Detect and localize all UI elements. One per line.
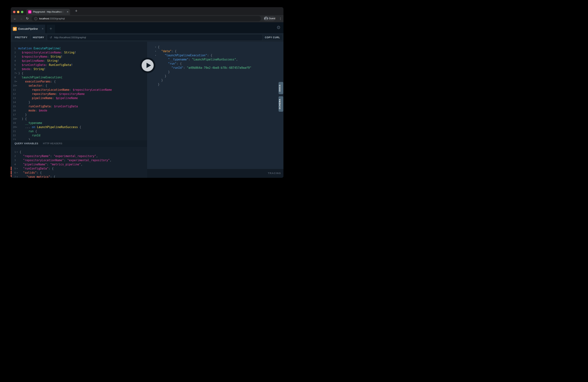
code-line: 15 runConfigData: $runConfigData [11,104,147,108]
code-line: 5 $runConfigData: RunConfigData! [11,63,147,67]
mutation-badge: M [13,27,17,31]
code-line: 17 } [11,113,147,117]
history-button[interactable]: HISTORY [31,35,46,40]
line-number: 21 [11,129,16,133]
error-marker [11,171,12,174]
error-marker [11,175,12,178]
prettify-button[interactable]: PRETTIFY [12,35,30,40]
code-line: 6▾ "solids": { [11,171,147,175]
variables-editor[interactable]: 1▾{2 "repositoryName": "experimental_rep… [11,147,147,178]
minimize-window-button[interactable] [17,11,20,13]
line-number: 20 [11,125,16,129]
screenshot-stage: Playground - http://localhost:3 × + ← → … [0,0,294,191]
code-line: 1▾{ [11,150,147,154]
line-number: 7 [11,71,16,75]
code-line: 14 } [11,100,147,104]
browser-titlebar: Playground - http://localhost:3 × + [11,7,283,15]
query-editor[interactable]: 1mutation ExecutePipeline(2 $repositoryL… [11,42,147,140]
code-line: 13 pipelineName: $pipelineName [11,96,147,100]
code-line: 9▾ executionParams: { [11,80,147,84]
url-host: localhost [39,17,49,20]
fold-arrow-icon[interactable]: ▾ [155,45,156,49]
line-number: 19 [11,121,16,125]
line-number: 23 [11,137,16,140]
new-session-button[interactable]: + [47,25,55,33]
fold-arrow-icon[interactable]: ▾ [155,49,156,53]
site-info-icon[interactable]: i [34,17,37,20]
tab-close-icon[interactable]: × [67,9,68,15]
url-text: localhost:3333/graphql [39,16,65,21]
fold-arrow-icon[interactable]: ▾ [155,53,156,58]
code-line: 4 $pipelineName: String! [11,59,147,63]
play-icon [142,59,154,71]
line-number: 17 [11,113,16,117]
line-number: 7 [11,175,16,178]
code-line: 21 run { [11,129,147,133]
copy-curl-button[interactable]: COPY CURL [263,35,282,40]
response-pane: ▾{▾ "data": {▾ "launchPipelineExecution"… [147,42,283,178]
line-number: 1 [11,46,16,50]
fold-arrow-icon[interactable]: ▾ [16,125,17,129]
tab-execute-pipeline[interactable]: M ExecutePipeline × [11,25,45,33]
line-number: 2 [11,50,16,55]
code-line: 4 "pipelineName": "metrics_pipeline", [11,162,147,167]
code-line: 10▾ selector: { [11,84,147,88]
code-line: 7▾) { [11,71,147,75]
code-line: } [147,82,283,86]
fold-arrow-icon[interactable]: ▾ [16,84,17,88]
address-bar[interactable]: i localhost:3333/graphql [32,16,261,21]
session-close-icon[interactable]: × [42,25,43,33]
response-viewer: ▾{▾ "data": {▾ "launchPipelineExecution"… [147,42,283,86]
code-line: 6 $mode: String! [11,67,147,71]
tab-schema[interactable]: SCHEMA [278,96,283,112]
endpoint-input[interactable]: ↺ http://localhost:3333/graphql [47,35,262,40]
avatar-icon [264,17,268,20]
line-number: 14 [11,100,16,104]
code-line: 8 launchPipelineExecution( [11,75,147,80]
back-icon[interactable]: ← [13,15,17,22]
settings-gear-icon[interactable]: ⚙ [276,22,281,33]
code-line: "__typename": "LaunchPipelineRunSuccess"… [147,58,283,62]
line-number: 4 [11,59,16,63]
fold-arrow-icon[interactable]: ▾ [17,150,18,154]
fold-arrow-icon[interactable]: ▾ [16,117,17,121]
browser-tab[interactable]: Playground - http://localhost:3 × [26,9,70,15]
fold-arrow-icon[interactable]: ▾ [17,171,18,175]
profile-label: Guest [269,16,275,21]
line-number: 11 [11,88,16,92]
code-line: ▾ "launchPipelineExecution": { [147,53,283,58]
fullscreen-window-button[interactable] [21,11,23,13]
close-window-button[interactable] [13,11,16,13]
playground-tabbar: M ExecutePipeline × + ⚙ [11,22,283,33]
browser-menu-icon[interactable]: ⋮ [278,15,282,22]
code-line: } [147,70,283,74]
code-line: 12 repositoryName: $repositoryName [11,92,147,96]
line-number: 9 [11,80,16,84]
tab-title-fade [59,9,66,15]
line-number: 6 [11,171,16,175]
code-line: 18▾ ) { [11,117,147,121]
execute-query-button[interactable] [140,58,155,73]
fold-arrow-icon[interactable]: ▾ [16,80,17,84]
reload-icon[interactable]: ↻ [25,15,29,22]
playground-toolbar: PRETTIFY HISTORY ↺ http://localhost:3333… [11,33,283,42]
line-number: 2 [11,154,16,158]
code-line: 22 runId [11,133,147,137]
fold-arrow-icon[interactable]: ▾ [16,71,17,75]
fold-arrow-icon[interactable]: ▾ [17,175,18,178]
code-line: 1mutation ExecutePipeline( [11,46,147,50]
browser-toolbar: ← → ↻ i localhost:3333/graphql Guest ⋮ [11,15,283,22]
code-line: 3 "repositoryLocationName": "experimenta… [11,158,147,162]
line-number: 4 [11,162,16,167]
tracing-toggle[interactable]: TRACING [268,169,281,178]
endpoint-history-icon[interactable]: ↺ [50,35,52,40]
tab-docs[interactable]: DOCS [278,82,283,94]
new-tab-button[interactable]: + [73,8,80,14]
line-number: 1 [11,150,16,154]
tab-query-variables[interactable]: QUERY VARIABLES [15,140,38,147]
forward-icon[interactable]: → [19,15,23,22]
profile-button[interactable]: Guest [263,16,275,21]
tab-http-headers[interactable]: HTTP HEADERS [43,140,62,147]
line-number: 8 [11,75,16,80]
fold-arrow-icon[interactable]: ▾ [17,167,18,171]
